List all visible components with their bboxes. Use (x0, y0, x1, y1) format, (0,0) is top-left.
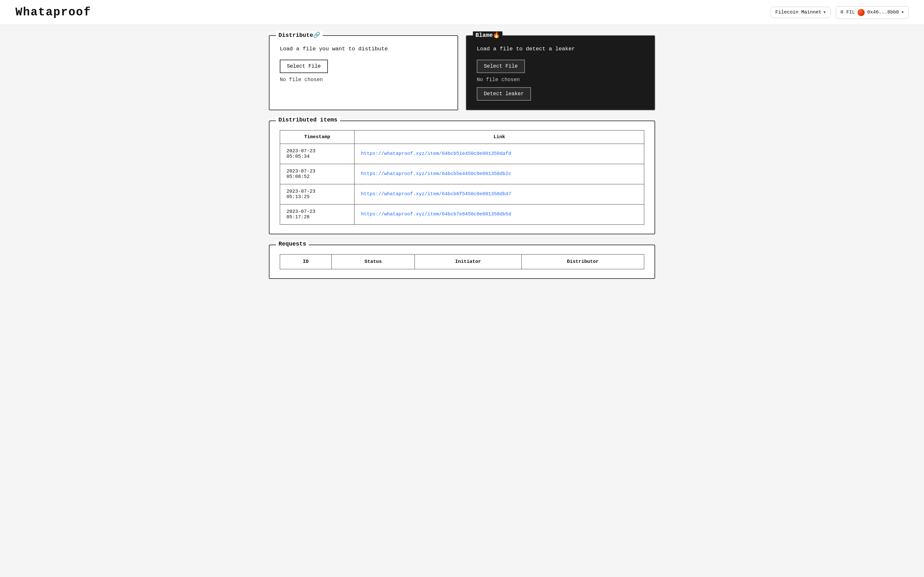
timestamp-cell: 2023-07-23 05:17:28 (280, 204, 355, 224)
balance-label: 0 FIL (841, 10, 855, 15)
table-row: 2023-07-23 05:05:34https://whataproof.xy… (280, 143, 644, 164)
timestamp-cell: 2023-07-23 05:08:52 (280, 164, 355, 184)
blame-panel-description: Load a file to detect a leaker (477, 45, 644, 53)
network-selector[interactable]: Filecoin Mainnet ▼ (771, 7, 830, 18)
timestamp-column-header: Timestamp (280, 130, 355, 143)
distribute-panel-description: Load a file you want to distibute (280, 45, 447, 53)
table-row: 2023-07-23 05:17:28https://whataproof.xy… (280, 204, 644, 224)
header-controls: Filecoin Mainnet ▼ 0 FIL 0x46...6bb0 ▼ (771, 6, 909, 19)
distributed-item-link[interactable]: https://whataproof.xyz/item/64bcb6f5450c… (361, 191, 511, 197)
distributed-items-table: Timestamp Link 2023-07-23 05:05:34https:… (280, 130, 644, 225)
distributed-items-section: Distributed items Timestamp Link 2023-07… (269, 121, 655, 234)
distribute-panel-title: Distribute🔗 (276, 31, 323, 39)
network-chevron-icon: ▼ (824, 10, 826, 15)
link-cell: https://whataproof.xyz/item/64bcb51e450c… (355, 143, 644, 164)
requests-header-row: ID Status Initiator Distributor (280, 254, 644, 269)
blame-no-file-label: No file chosen (477, 77, 644, 83)
link-cell: https://whataproof.xyz/item/64bcb7e8450c… (355, 204, 644, 224)
blame-select-file-button[interactable]: Select File (477, 60, 525, 73)
panels-row: Distribute🔗 Load a file you want to dist… (269, 35, 655, 110)
wallet-info[interactable]: 0 FIL 0x46...6bb0 ▼ (836, 6, 909, 19)
header: Whataproof Filecoin Mainnet ▼ 0 FIL 0x46… (0, 0, 924, 25)
link-column-header: Link (355, 130, 644, 143)
distribute-select-file-button[interactable]: Select File (280, 60, 328, 73)
distribute-panel: Distribute🔗 Load a file you want to dist… (269, 35, 458, 110)
wallet-chevron-icon: ▼ (901, 10, 904, 15)
distributor-column-header: Distributor (522, 254, 644, 269)
requests-table: ID Status Initiator Distributor (280, 254, 644, 269)
table-row: 2023-07-23 05:08:52https://whataproof.xy… (280, 164, 644, 184)
network-label: Filecoin Mainnet (775, 10, 822, 15)
blame-panel: Blame🔥 Load a file to detect a leaker Se… (466, 35, 655, 110)
link-cell: https://whataproof.xyz/item/64bcb6f5450c… (355, 184, 644, 204)
table-row: 2023-07-23 05:13:25https://whataproof.xy… (280, 184, 644, 204)
distributed-item-link[interactable]: https://whataproof.xyz/item/64bcb51e450c… (361, 151, 511, 156)
blame-panel-title: Blame🔥 (473, 31, 502, 39)
main-content: Distribute🔗 Load a file you want to dist… (254, 25, 670, 289)
wallet-avatar-icon (858, 9, 865, 16)
distribute-no-file-label: No file chosen (280, 77, 447, 83)
timestamp-cell: 2023-07-23 05:05:34 (280, 143, 355, 164)
id-column-header: ID (280, 254, 332, 269)
initiator-column-header: Initiator (415, 254, 522, 269)
detect-leaker-button[interactable]: Detect leaker (477, 87, 531, 101)
link-cell: https://whataproof.xyz/item/64bcb5e4450c… (355, 164, 644, 184)
distributed-item-link[interactable]: https://whataproof.xyz/item/64bcb5e4450c… (361, 171, 511, 177)
app-logo: Whataproof (15, 6, 91, 19)
distributed-items-title: Distributed items (276, 117, 340, 123)
distributed-item-link[interactable]: https://whataproof.xyz/item/64bcb7e8450c… (361, 211, 511, 217)
requests-section: Requests ID Status Initiator Distributor (269, 245, 655, 279)
requests-section-title: Requests (276, 241, 309, 247)
status-column-header: Status (331, 254, 415, 269)
wallet-address: 0x46...6bb0 (867, 10, 899, 15)
timestamp-cell: 2023-07-23 05:13:25 (280, 184, 355, 204)
table-header-row: Timestamp Link (280, 130, 644, 143)
